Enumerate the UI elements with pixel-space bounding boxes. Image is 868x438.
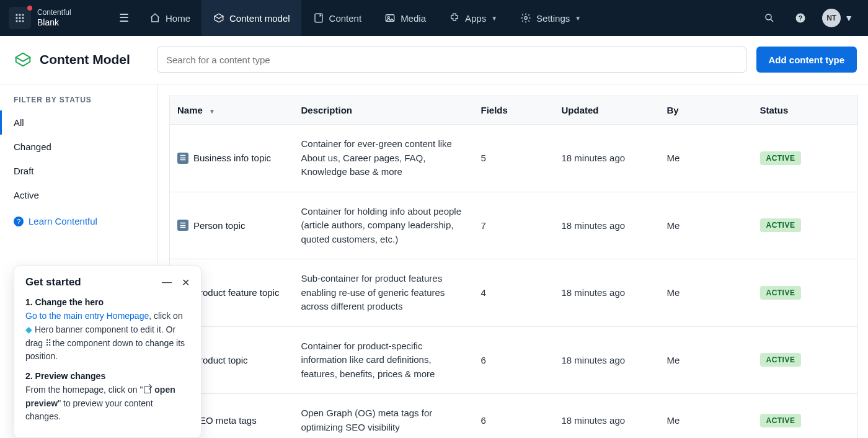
page-title: Content Model	[40, 52, 130, 67]
col-name[interactable]: Name ▼	[170, 96, 294, 125]
homepage-entry-link[interactable]: Go to the main entry Homepage	[25, 311, 149, 321]
drag-handle-icon: ⠿	[45, 338, 50, 348]
svg-point-0	[16, 14, 17, 16]
minimize-button[interactable]: —	[162, 277, 172, 288]
nav-label: Settings	[536, 13, 570, 24]
table-row[interactable]: ☰Product feature topicSub-container for …	[170, 259, 858, 327]
step-2-body: From the homepage, click on " open previ…	[25, 383, 190, 424]
content-type-icon: ☰	[177, 153, 188, 164]
col-by[interactable]: By	[660, 96, 753, 125]
content-type-table: Name ▼ Description Fields Updated By Sta…	[169, 96, 858, 438]
row-description: Container for holding info about people …	[301, 205, 466, 247]
col-updated[interactable]: Updated	[554, 96, 660, 125]
diamond-icon: ◆	[25, 324, 32, 334]
nav-content-model[interactable]: Content model	[202, 0, 301, 36]
top-nav: Contentful Blank ☰ Home Content model Co…	[0, 0, 868, 36]
get-started-panel: Get started — ✕ 1. Change the hero Go to…	[14, 266, 202, 438]
sort-desc-icon: ▼	[209, 108, 215, 115]
table-row[interactable]: ☰SEO meta tagsOpen Graph (OG) meta tags …	[170, 394, 858, 439]
filter-heading: FILTER BY STATUS	[0, 96, 157, 110]
search-input[interactable]	[157, 47, 746, 73]
help-circle-icon: ?	[14, 217, 24, 226]
avatar: NT	[822, 9, 841, 27]
row-updated: 18 minutes ago	[554, 259, 660, 327]
svg-point-3	[16, 17, 17, 19]
gear-icon	[520, 12, 531, 24]
row-updated: 18 minutes ago	[554, 192, 660, 259]
nav-media[interactable]: Media	[373, 0, 437, 36]
hamburger-icon: ☰	[119, 12, 129, 24]
row-name: ☰Business info topic	[177, 153, 286, 164]
svg-point-2	[22, 14, 24, 16]
learn-contentful-link[interactable]: ? Learn Contentful	[0, 207, 157, 235]
row-description: Container for product-specific informati…	[301, 339, 466, 382]
sidebar-toggle-button[interactable]: ☰	[114, 11, 134, 25]
chevron-down-icon: ▼	[844, 13, 853, 23]
filter-changed[interactable]: Changed	[0, 135, 157, 159]
row-fields: 5	[474, 125, 554, 192]
row-by: Me	[660, 125, 753, 192]
status-badge: ACTIVE	[760, 353, 802, 367]
search-button[interactable]	[760, 9, 779, 27]
table-row[interactable]: ☰Business info topicContainer for ever-g…	[170, 125, 858, 192]
status-badge: ACTIVE	[760, 218, 802, 232]
account-menu[interactable]: NT ▼	[822, 9, 853, 27]
org-name: Contentful	[37, 9, 105, 17]
row-updated: 18 minutes ago	[554, 394, 660, 439]
media-icon	[384, 12, 396, 24]
content-model-icon	[14, 50, 32, 69]
row-description: Container for ever-green content like Ab…	[301, 137, 466, 179]
grid-icon	[15, 13, 25, 23]
filter-draft[interactable]: Draft	[0, 159, 157, 183]
svg-point-7	[19, 20, 20, 22]
step-1-body: Go to the main entry Homepage, click on …	[25, 310, 190, 364]
nav-home[interactable]: Home	[138, 0, 202, 36]
col-description[interactable]: Description	[294, 96, 474, 125]
space-selector[interactable]: Contentful Blank	[37, 9, 105, 27]
nav-settings[interactable]: Settings ▼	[508, 0, 592, 36]
status-badge: ACTIVE	[760, 151, 802, 165]
row-description: Open Graph (OG) meta tags for optimizing…	[301, 406, 466, 434]
row-description: Sub-container for product features enabl…	[301, 272, 466, 314]
nav-label: Content model	[229, 13, 290, 24]
col-fields[interactable]: Fields	[474, 96, 554, 125]
col-status[interactable]: Status	[753, 96, 858, 125]
add-content-type-button[interactable]: Add content type	[756, 47, 857, 73]
svg-point-1	[19, 14, 20, 16]
nav-content[interactable]: Content	[301, 0, 373, 36]
row-by: Me	[660, 259, 753, 327]
app-switcher-button[interactable]	[9, 7, 31, 29]
filter-active[interactable]: Active	[0, 183, 157, 207]
filter-all[interactable]: All	[0, 110, 157, 135]
row-fields: 6	[474, 326, 554, 394]
svg-point-4	[19, 17, 20, 19]
row-name: ☰Person topic	[177, 220, 286, 231]
page-header: Content Model Add content type	[0, 36, 868, 84]
table-row[interactable]: ☰Product topicContainer for product-spec…	[170, 326, 858, 394]
nav-label: Content	[329, 13, 362, 24]
row-fields: 7	[474, 192, 554, 259]
row-updated: 18 minutes ago	[554, 326, 660, 394]
svg-point-12	[525, 17, 528, 20]
table-row[interactable]: ☰Person topicContainer for holding info …	[170, 192, 858, 259]
svg-point-13	[766, 14, 771, 20]
content-type-list: Name ▼ Description Fields Updated By Sta…	[158, 84, 868, 438]
nav-label: Apps	[465, 13, 486, 24]
nav-label: Home	[166, 13, 190, 24]
nav-apps[interactable]: Apps ▼	[437, 0, 508, 36]
space-name: Blank	[37, 17, 105, 27]
row-by: Me	[660, 394, 753, 439]
status-badge: ACTIVE	[760, 414, 802, 427]
home-icon	[149, 12, 161, 24]
primary-nav: Home Content model Content Media Apps	[138, 0, 592, 36]
nav-utilities: ? NT ▼	[760, 9, 859, 27]
help-button[interactable]: ?	[791, 9, 810, 27]
step-1-title: 1. Change the hero	[25, 297, 190, 307]
learn-label: Learn Contentful	[29, 216, 97, 226]
svg-text:?: ?	[799, 14, 802, 22]
chevron-down-icon: ▼	[491, 15, 497, 22]
panel-title: Get started	[25, 276, 81, 288]
external-link-icon	[144, 387, 151, 393]
close-button[interactable]: ✕	[182, 277, 190, 288]
row-fields: 4	[474, 259, 554, 327]
